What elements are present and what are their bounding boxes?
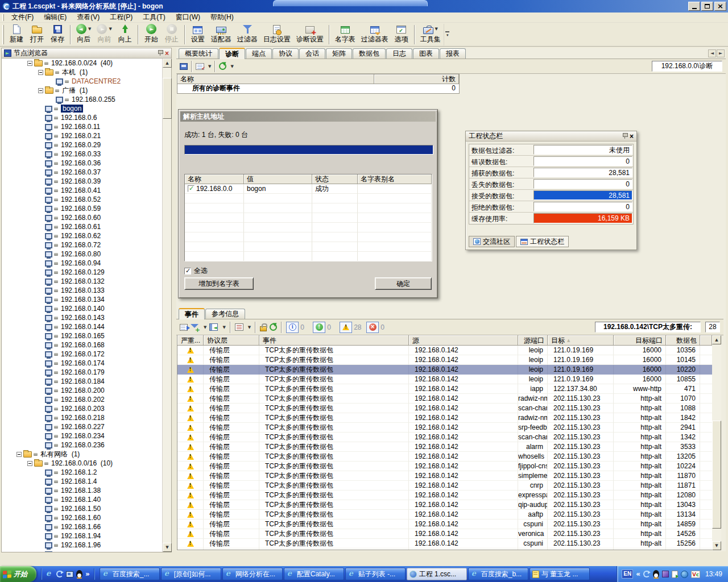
add-to-name-table-button[interactable]: 增加到名字表 — [184, 277, 254, 290]
media-tray-icon[interactable] — [672, 571, 678, 578]
menu-item[interactable]: 帮助(H) — [205, 13, 239, 22]
tree-item[interactable] — [2, 550, 162, 552]
event-row[interactable]: 传输层TCP太多的重传数据包192.168.0.142expresspay202… — [177, 490, 712, 500]
taskbar-task[interactable]: 工程 1.csc... — [407, 568, 467, 580]
select-all-checkbox[interactable] — [184, 268, 191, 275]
tree-item[interactable]: 192.168.0.200 — [2, 386, 162, 395]
dropdown-arrow-icon[interactable]: ▼ — [222, 325, 225, 330]
tree-item[interactable]: 192.168.0.33 — [2, 149, 162, 159]
export-report-icon[interactable] — [180, 63, 188, 70]
column-header-4[interactable]: 源端口 — [518, 335, 548, 346]
collapse-icon[interactable] — [27, 61, 32, 66]
tree-item[interactable]: 192.168.1.2 — [2, 468, 162, 477]
tree-item[interactable]: 192.168.0.184 — [2, 377, 162, 386]
quick-launch-overflow-icon[interactable]: » — [85, 570, 90, 578]
scroll-up-button[interactable]: ▲ — [712, 335, 721, 344]
event-row[interactable]: 传输层TCP太多的重传数据包192.168.0.142leoip121.0.19… — [177, 346, 712, 355]
dropdown-arrow-icon[interactable]: ▼ — [88, 27, 91, 31]
tree-item[interactable]: 192.168.0.140 — [2, 304, 162, 313]
taskbar-task[interactable]: [原创]如何... — [161, 568, 221, 580]
toolbar-grip[interactable] — [2, 25, 4, 44]
column-header[interactable]: 值 — [244, 174, 312, 184]
start-button[interactable]: 开始 — [0, 566, 36, 582]
toolbar-grip[interactable] — [2, 14, 4, 21]
tree-item[interactable]: 192.168.0.134 — [2, 295, 162, 304]
column-header-2[interactable]: 事件 — [259, 335, 409, 346]
toolbar-button-filter-table[interactable]: 过滤器表 — [358, 24, 391, 45]
toolbar-button-diagnosis-settings[interactable]: 诊断设置 — [293, 24, 326, 45]
tree-item[interactable]: 192.168.0.37 — [2, 168, 162, 177]
tree-item[interactable]: 192.168.1.4 — [2, 477, 162, 486]
tree-item[interactable]: 192.168.0.165 — [2, 331, 162, 340]
toolbar-button-settings[interactable]: 设置 — [188, 24, 208, 45]
toolbar-button-filter[interactable]: 过滤器 — [234, 24, 260, 45]
event-scrollbar[interactable]: ▲ ▼ — [712, 335, 721, 550]
scroll-down-button[interactable]: ▼ — [163, 543, 172, 552]
event-row[interactable]: 传输层TCP太多的重传数据包192.168.0.142scan-change20… — [177, 404, 712, 413]
tree-item[interactable]: DATACENTRE2 — [2, 77, 162, 86]
maximize-button[interactable] — [701, 2, 713, 11]
column-header[interactable]: 名称 — [177, 74, 374, 84]
tab-scroll-left-icon[interactable]: ◄ — [708, 49, 716, 57]
column-header-1[interactable]: 协议层 — [204, 335, 259, 346]
tray-collapse-icon[interactable]: « — [636, 570, 640, 578]
tree-item[interactable]: 192.168.0.179 — [2, 368, 162, 377]
counter-toggle-warning-triangle[interactable] — [340, 322, 352, 333]
event-row[interactable]: 传输层TCP太多的重传数据包192.168.0.142veronica202.1… — [177, 529, 712, 539]
column-header-6[interactable]: 目标端口 — [614, 335, 666, 346]
ok-button[interactable]: 确定 — [375, 277, 432, 290]
taskbar-task[interactable]: 贴子列表 -... — [345, 568, 406, 580]
tab-scroll-right-icon[interactable]: ► — [717, 49, 725, 57]
column-header[interactable]: 计数 — [374, 74, 459, 84]
event-row[interactable]: 传输层TCP太多的重传数据包192.168.0.142qip-audup202.… — [177, 500, 712, 510]
event-row[interactable]: 传输层TCP太多的重传数据包192.168.0.142leoip121.0.19… — [177, 375, 712, 384]
tree-item[interactable]: 广播 (1) — [2, 86, 162, 95]
tree-item[interactable]: 192.168.0.202 — [2, 395, 162, 404]
qq-icon[interactable] — [76, 570, 82, 578]
tree-item[interactable]: 192.168.0.227 — [2, 422, 162, 431]
tree-item[interactable]: 192.168.0.236 — [2, 440, 162, 450]
event-row[interactable]: 传输层TCP太多的重传数据包192.168.0.142iapp122.137.3… — [177, 384, 712, 394]
language-indicator[interactable]: EN — [622, 569, 633, 579]
scroll-thumb[interactable] — [712, 421, 721, 529]
tab-图表[interactable]: 图表 — [413, 48, 439, 59]
tree-item[interactable]: 192.168.0.62 — [2, 231, 162, 240]
thunder-icon[interactable] — [56, 571, 63, 577]
dropdown-arrow-icon[interactable]: ▼ — [435, 27, 438, 31]
column-header[interactable]: 名称 — [185, 174, 244, 184]
toolbar-button-up[interactable]: 向上 — [115, 24, 135, 45]
tab-协议[interactable]: 协议 — [272, 48, 299, 59]
taskbar-task[interactable]: 配置Cataly... — [284, 568, 344, 580]
dropdown-arrow-icon[interactable]: ▼ — [230, 64, 233, 69]
toolbar-button-toolset[interactable]: ▼工具集 — [417, 24, 444, 45]
tab-会话[interactable]: 会话 — [299, 48, 325, 59]
event-row[interactable]: 传输层TCP太多的重传数据包192.168.0.142leoip121.0.19… — [177, 355, 712, 365]
event-row[interactable]: 传输层TCP太多的重传数据包192.168.0.142fjippol-cnsl2… — [177, 462, 712, 471]
title-bar[interactable]: 工程 1.cscpkt - 科来网络分析系统 [停止] - bogon × — [0, 0, 728, 13]
column-header-0[interactable]: 严重... — [177, 335, 204, 346]
toolbar-button-options[interactable]: 选项 — [391, 24, 412, 45]
tree-item[interactable]: 192.168.0.94 — [2, 259, 162, 268]
event-row[interactable]: 传输层TCP太多的重传数据包192.168.0.142cspuni202.115… — [177, 539, 712, 548]
tree-item[interactable]: 192.168.0.0/16 (10) — [2, 459, 162, 468]
taskbar-task[interactable]: 百度搜索_... — [100, 568, 160, 580]
display-filter-icon[interactable] — [209, 323, 218, 331]
tree-item[interactable]: 192.168.0.129 — [2, 268, 162, 277]
tree-item[interactable]: 192.168.0.80 — [2, 250, 162, 259]
tree-item[interactable]: 192.168.0.52 — [2, 195, 162, 204]
field-chooser-icon[interactable] — [235, 323, 243, 331]
menu-item[interactable]: 编辑(E) — [39, 13, 72, 22]
menu-item[interactable]: 查看(V) — [72, 13, 105, 22]
toolbar-button-name-table[interactable]: 名字表 — [332, 24, 358, 45]
tree-item[interactable]: 192.168.0.41 — [2, 186, 162, 195]
tree-item[interactable]: 192.168.0.6 — [2, 113, 162, 122]
app-tray-icon[interactable] — [662, 571, 669, 577]
tree-item[interactable]: 192.168.0.143 — [2, 313, 162, 322]
dropdown-arrow-icon[interactable]: ▼ — [208, 64, 211, 69]
row-checkbox[interactable] — [188, 185, 195, 192]
refresh-icon[interactable] — [270, 323, 277, 331]
tree-item[interactable]: 192.168.0.144 — [2, 322, 162, 331]
event-row[interactable]: 传输层TCP太多的重传数据包192.168.0.142 — [177, 548, 712, 550]
close-button[interactable]: × — [714, 2, 726, 11]
minimize-button[interactable] — [688, 2, 700, 11]
